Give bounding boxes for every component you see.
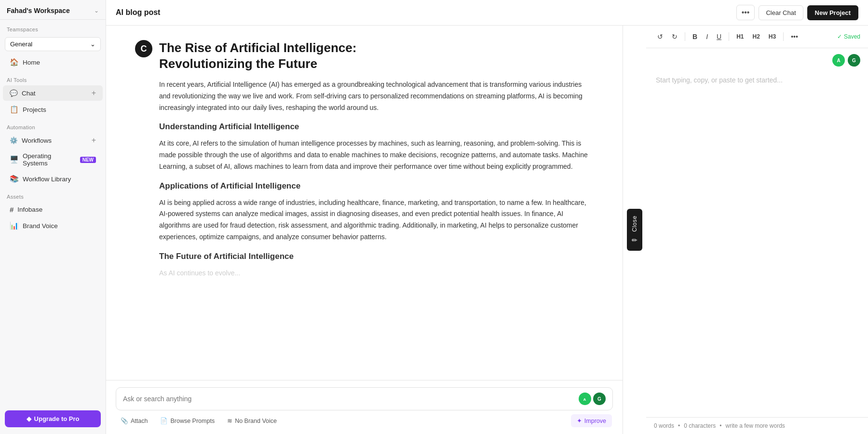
avatar-letter: C	[141, 44, 147, 54]
teamspaces-label: Teamspaces	[0, 20, 106, 34]
chat-icon: 💬	[10, 89, 18, 97]
sidebar-item-infobase-label: Infobase	[17, 206, 42, 213]
document-scroll[interactable]: C The Rise of Artificial Intelligence: R…	[106, 26, 623, 380]
document-section-2-heading: Applications of Artificial Intelligence	[159, 179, 594, 193]
new-project-button[interactable]: New Project	[807, 5, 858, 20]
browse-prompts-icon: 📄	[160, 417, 168, 424]
svg-text:A: A	[583, 397, 586, 402]
editor-icon-row: A G	[646, 48, 868, 67]
workflow-library-icon: 📚	[10, 175, 19, 183]
home-icon: 🏠	[10, 58, 19, 67]
upgrade-to-pro-button[interactable]: ◆ Upgrade to Pro	[5, 410, 101, 427]
document-title: The Rise of Artificial Intelligence: Rev…	[159, 40, 356, 71]
avatar: C	[135, 40, 152, 57]
editor-hint: write a few more words	[725, 422, 785, 429]
h2-button[interactable]: H2	[749, 31, 763, 42]
attach-label: Attach	[131, 418, 148, 424]
sidebar-item-projects-label: Projects	[23, 106, 46, 113]
italic-button[interactable]: I	[703, 30, 711, 43]
chat-input-box: A G	[116, 387, 613, 410]
editor-content[interactable]: Start typing, copy, or paste to get star…	[646, 67, 868, 417]
editor-placeholder: Start typing, copy, or paste to get star…	[656, 76, 783, 84]
document-section-1-body: At its core, AI refers to the simulation…	[159, 138, 594, 172]
chat-input[interactable]	[123, 395, 579, 403]
h1-button[interactable]: H1	[733, 31, 747, 42]
document-body: In recent years, Artificial Intelligence…	[159, 79, 594, 279]
attach-icon: 📎	[121, 417, 128, 424]
close-panel-button[interactable]: Close ✏	[627, 209, 642, 251]
assets-label: Assets	[0, 187, 106, 202]
teamspace-chevron-icon: ⌄	[90, 41, 95, 48]
more-options-button[interactable]: •••	[736, 5, 755, 20]
sidebar-item-home-label: Home	[23, 59, 40, 66]
sidebar-item-operating-systems-label: Operating Systems	[23, 152, 74, 167]
document-area: C The Rise of Artificial Intelligence: R…	[106, 26, 623, 434]
sidebar-item-home[interactable]: 🏠 Home	[3, 54, 103, 70]
sidebar-item-workflow-library[interactable]: 📚 Workflow Library	[3, 171, 103, 187]
editor-grammarly-icon-label: G	[852, 58, 856, 63]
sidebar-item-chat[interactable]: 💬 Chat +	[3, 85, 103, 101]
browse-prompts-button[interactable]: 📄 Browse Prompts	[156, 415, 218, 426]
upgrade-icon: ◆	[27, 415, 31, 422]
sidebar-item-brand-voice[interactable]: 📊 Brand Voice	[3, 218, 103, 233]
add-chat-button[interactable]: +	[92, 89, 96, 97]
saved-status: ✓ Saved	[837, 33, 860, 40]
document-title-line2: Revolutionizing the Future	[159, 56, 356, 72]
chat-bottom-bar: 📎 Attach 📄 Browse Prompts ≋ No Brand Voi…	[116, 414, 613, 427]
sidebar-item-workflows[interactable]: ⚙️ Workflows +	[3, 133, 103, 148]
page-title: AI blog post	[116, 8, 160, 17]
improve-icon: ✦	[577, 417, 582, 424]
add-workflow-button[interactable]: +	[92, 136, 96, 145]
clear-chat-button[interactable]: Clear Chat	[759, 5, 803, 20]
workspace-selector[interactable]: Fahad's Workspace ⌄	[0, 0, 106, 20]
h3-button[interactable]: H3	[765, 31, 779, 42]
toolbar-divider-3	[783, 32, 784, 41]
upgrade-label: Upgrade to Pro	[34, 415, 80, 422]
editor-ai-icon-label: A	[837, 58, 840, 63]
ai-chat-icon[interactable]: A	[579, 393, 591, 405]
word-count: 0 words	[654, 422, 674, 429]
document-section-3-heading: The Future of Artificial Intelligence	[159, 250, 594, 264]
editor-grammarly-icon[interactable]: G	[848, 54, 860, 67]
chat-bottom-left: 📎 Attach 📄 Browse Prompts ≋ No Brand Voi…	[117, 415, 281, 426]
separator-dot-1: •	[678, 422, 680, 429]
sidebar-item-workflow-library-label: Workflow Library	[23, 176, 71, 183]
document-title-row: C The Rise of Artificial Intelligence: R…	[135, 40, 594, 71]
check-icon: ✓	[837, 33, 842, 40]
document-section-3-body: As AI continues to evolve...	[159, 268, 594, 279]
teamspace-selector[interactable]: General ⌄	[5, 37, 101, 51]
ai-tools-label: AI Tools	[0, 70, 106, 85]
underline-button[interactable]: U	[713, 30, 725, 43]
teamspace-selected: General	[10, 41, 32, 48]
new-badge: NEW	[80, 157, 96, 163]
ai-icon-svg: A	[582, 395, 588, 402]
right-editor-panel: ↺ ↻ B I U H1 H2 H3 ••• ✓ Saved	[646, 26, 868, 434]
toolbar-divider-1	[685, 32, 685, 41]
grammarly-icon[interactable]: G	[593, 393, 606, 405]
redo-button[interactable]: ↻	[668, 30, 681, 43]
workflows-icon: ⚙️	[10, 136, 18, 144]
header-actions: ••• Clear Chat New Project	[736, 5, 858, 20]
editor-ai-icon[interactable]: A	[832, 54, 845, 67]
close-panel-label: Close	[631, 216, 638, 232]
more-format-button[interactable]: •••	[787, 30, 801, 43]
sidebar-item-chat-label: Chat	[22, 90, 36, 97]
no-brand-voice-label: No Brand Voice	[235, 418, 277, 424]
editor-toolbar: ↺ ↻ B I U H1 H2 H3 ••• ✓ Saved	[646, 26, 868, 48]
undo-button[interactable]: ↺	[654, 30, 666, 43]
sidebar-item-infobase[interactable]: # Infobase	[3, 202, 103, 217]
chat-input-area: A G 📎 Attach 📄 Browse P	[106, 380, 623, 434]
toolbar-divider-2	[729, 32, 729, 41]
improve-button[interactable]: ✦ Improve	[571, 414, 612, 427]
improve-label: Improve	[584, 418, 606, 424]
sidebar-item-operating-systems[interactable]: 🖥️ Operating Systems NEW	[3, 149, 103, 170]
no-brand-voice-button[interactable]: ≋ No Brand Voice	[223, 415, 281, 426]
bold-button[interactable]: B	[689, 30, 701, 43]
document-section-1-heading: Understanding Artificial Intelligence	[159, 120, 594, 134]
sidebar-item-projects[interactable]: 📋 Projects	[3, 102, 103, 117]
attach-button[interactable]: 📎 Attach	[117, 415, 151, 426]
document-intro: In recent years, Artificial Intelligence…	[159, 79, 594, 113]
sidebar-item-workflows-label: Workflows	[22, 137, 52, 144]
infobase-icon: #	[10, 205, 14, 214]
document-section-2-body: AI is being applied across a wide range …	[159, 197, 594, 243]
